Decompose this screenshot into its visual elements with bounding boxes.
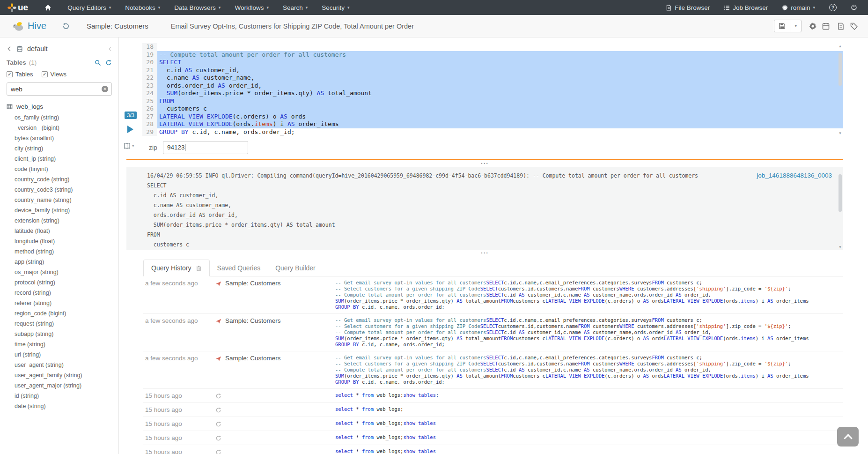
- column-item[interactable]: protocol (string): [0, 277, 118, 288]
- history-row[interactable]: 15 hours agoselect * from web_logs;show …: [143, 417, 843, 431]
- tab-query-history[interactable]: Query History: [143, 260, 210, 276]
- code-line[interactable]: GROUP BY c.id, c.name, ords.order_id;: [157, 128, 843, 136]
- nav-menu-query-editors[interactable]: Query Editors▾: [60, 0, 118, 15]
- table-item-web-logs[interactable]: web_logs: [0, 100, 118, 112]
- column-item[interactable]: method (string): [0, 246, 118, 257]
- history-row[interactable]: 15 hours agoselect * from web_logs;show …: [143, 431, 843, 445]
- collapse-assist-button[interactable]: [108, 46, 113, 52]
- column-item[interactable]: code (tinyint): [0, 164, 118, 174]
- back-button[interactable]: [7, 46, 12, 52]
- nav-menu-data-browsers[interactable]: Data Browsers▾: [167, 0, 228, 15]
- file-browser-link[interactable]: File Browser: [659, 0, 717, 15]
- nav-menu-notebooks[interactable]: Notebooks▾: [118, 0, 167, 15]
- log-scrollbar[interactable]: ▾: [838, 168, 843, 249]
- schedule-button[interactable]: [822, 22, 830, 30]
- column-item[interactable]: bytes (smallint): [0, 133, 118, 143]
- hive-app-logo[interactable]: Hive: [12, 20, 46, 32]
- navigator-toggle[interactable]: ▾: [124, 142, 134, 149]
- column-item[interactable]: city (string): [0, 143, 118, 154]
- column-item[interactable]: user_agent_major (string): [0, 380, 118, 391]
- history-row[interactable]: 15 hours agoselect * from web_logs;show …: [143, 445, 843, 454]
- code-line[interactable]: customers c: [157, 105, 843, 113]
- save-button[interactable]: [774, 20, 790, 32]
- scroll-up-arrow-icon[interactable]: ▴: [838, 44, 843, 48]
- editor-scrollbar[interactable]: ▴ ▾: [838, 44, 843, 135]
- nav-menu-search[interactable]: Search▾: [276, 0, 315, 15]
- column-item[interactable]: client_ip (string): [0, 154, 118, 164]
- table-search-input[interactable]: [7, 82, 112, 96]
- code-line[interactable]: c.name AS customer_name,: [157, 74, 843, 82]
- column-item[interactable]: id (string): [0, 391, 118, 401]
- nav-menu-security[interactable]: Security▾: [315, 0, 356, 15]
- scroll-to-top-button[interactable]: [837, 427, 859, 447]
- history-row[interactable]: 15 hours agoselect * from web_logs;: [143, 403, 843, 417]
- code-line[interactable]: SELECT: [157, 59, 843, 67]
- filter-views-checkbox[interactable]: ✓ Views: [42, 71, 66, 78]
- history-row[interactable]: 15 hours agoselect * from web_logs;show …: [143, 389, 843, 403]
- history-row[interactable]: a few seconds agoSample: Customers-- Get…: [143, 314, 843, 351]
- settings-button[interactable]: [809, 22, 817, 30]
- column-item[interactable]: record (string): [0, 288, 118, 298]
- column-item[interactable]: _version_ (bigint): [0, 123, 118, 133]
- code-line[interactable]: SUM(order_items.price * order_items.qty)…: [157, 89, 843, 97]
- code-line[interactable]: LATERAL VIEW EXPLODE(c.orders) o AS ords: [157, 113, 843, 121]
- column-item[interactable]: latitude (float): [0, 226, 118, 236]
- database-name[interactable]: default: [27, 45, 48, 52]
- column-item[interactable]: os_family (string): [0, 112, 118, 123]
- column-item[interactable]: referer (string): [0, 298, 118, 308]
- column-item[interactable]: region_code (bigint): [0, 308, 118, 319]
- column-item[interactable]: url (string): [0, 350, 118, 360]
- code-line[interactable]: ords.order_id AS order_id,: [157, 82, 843, 90]
- column-item[interactable]: date (string): [0, 401, 118, 411]
- code-line[interactable]: c.id AS customer_id,: [157, 67, 843, 74]
- new-document-button[interactable]: [837, 22, 845, 30]
- history-row[interactable]: a few seconds agoSample: Customers-- Get…: [143, 276, 843, 314]
- assist-refresh-button[interactable]: [105, 60, 112, 66]
- scrollbar-thumb[interactable]: [839, 174, 842, 212]
- tab-query-builder[interactable]: Query Builder: [268, 260, 323, 276]
- help-button[interactable]: ?: [822, 0, 844, 15]
- history-row[interactable]: a few seconds agoSample: Customers-- Get…: [143, 351, 843, 389]
- column-item[interactable]: subapp (string): [0, 329, 118, 339]
- column-item[interactable]: app (string): [0, 257, 118, 267]
- variable-value-input[interactable]: 94123: [163, 141, 248, 154]
- code-line[interactable]: FROM: [157, 97, 843, 105]
- code-line[interactable]: LATERAL VIEW EXPLODE(ords.items) i AS or…: [157, 120, 843, 128]
- scroll-down-arrow-icon[interactable]: ▾: [838, 131, 843, 135]
- user-menu[interactable]: romain ▾: [775, 0, 822, 15]
- job-browser-link[interactable]: Job Browser: [717, 0, 775, 15]
- job-link[interactable]: job_1461888648136_0003: [757, 172, 832, 179]
- nav-menu-workflows[interactable]: Workflows▾: [228, 0, 276, 15]
- column-item[interactable]: country_name (string): [0, 195, 118, 205]
- clear-history-trash-icon[interactable]: [196, 265, 202, 271]
- scroll-down-arrow-icon[interactable]: ▾: [838, 245, 843, 249]
- hue-logo[interactable]: ue: [0, 0, 36, 15]
- column-item[interactable]: device_family (string): [0, 205, 118, 216]
- editor-code[interactable]: -- Compute total amount per order for al…: [157, 43, 843, 136]
- column-item[interactable]: user_agent_family (string): [0, 370, 118, 380]
- code-line[interactable]: -- Compute total amount per order for al…: [157, 51, 843, 59]
- assist-search-button[interactable]: [95, 60, 101, 66]
- home-button[interactable]: [36, 0, 60, 15]
- execute-play-button[interactable]: [127, 126, 133, 133]
- column-item[interactable]: extension (string): [0, 216, 118, 226]
- column-item[interactable]: country_code3 (string): [0, 185, 118, 195]
- column-item[interactable]: country_code (string): [0, 174, 118, 185]
- code-editor[interactable]: 181920212223242526272829 -- Compute tota…: [142, 43, 843, 136]
- query-history-undo-button[interactable]: [62, 22, 70, 30]
- column-item[interactable]: request (string): [0, 319, 118, 329]
- column-item[interactable]: os_major (string): [0, 267, 118, 277]
- scrollbar-thumb[interactable]: [839, 53, 842, 86]
- column-item[interactable]: longitude (float): [0, 236, 118, 246]
- save-dropdown-button[interactable]: ▾: [790, 20, 801, 32]
- filter-tables-checkbox[interactable]: ✓ Tables: [7, 71, 33, 78]
- tags-button[interactable]: [850, 22, 858, 30]
- tab-saved-queries[interactable]: Saved Queries: [210, 260, 268, 276]
- column-item[interactable]: time (string): [0, 339, 118, 350]
- column-item[interactable]: user_agent (string): [0, 360, 118, 370]
- history-resize-handle[interactable]: ···: [126, 251, 843, 257]
- logout-button[interactable]: [844, 0, 864, 15]
- code-line[interactable]: [157, 43, 843, 51]
- log-resize-handle[interactable]: ···: [126, 161, 843, 167]
- clear-search-icon[interactable]: ✕: [102, 86, 108, 92]
